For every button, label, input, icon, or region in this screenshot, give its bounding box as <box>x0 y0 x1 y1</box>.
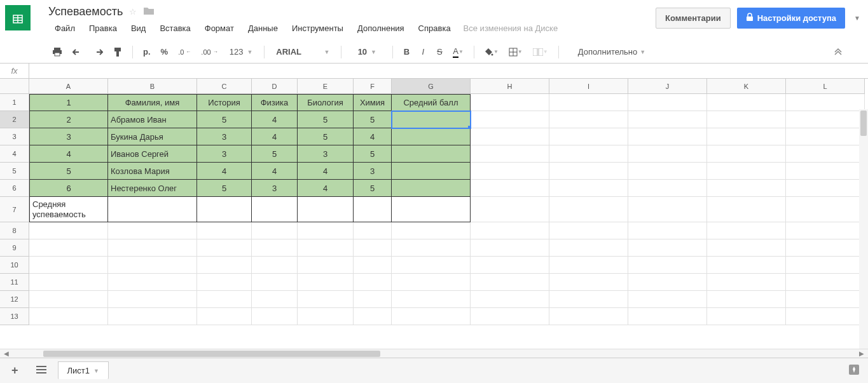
undo-icon[interactable] <box>69 44 86 60</box>
cell[interactable] <box>628 197 707 222</box>
cell[interactable]: Абрамов Иван <box>108 111 197 128</box>
account-dropdown-icon[interactable]: ▼ <box>851 12 863 24</box>
cell[interactable] <box>471 257 549 274</box>
row-header[interactable]: 1 <box>0 94 29 111</box>
decrease-decimal-icon[interactable]: .0 ← <box>174 44 195 60</box>
merge-cells-icon[interactable]: ▼ <box>529 44 552 60</box>
vertical-scrollbar[interactable] <box>859 109 868 349</box>
cell[interactable] <box>707 291 786 308</box>
cell[interactable] <box>471 180 549 197</box>
folder-icon[interactable] <box>143 6 155 17</box>
row-header[interactable]: 9 <box>0 239 29 257</box>
cell[interactable] <box>298 222 354 239</box>
menu-data[interactable]: Данные <box>242 21 284 36</box>
cell[interactable] <box>197 274 252 291</box>
cell[interactable]: 3 <box>252 180 298 197</box>
bold-icon[interactable]: B <box>399 44 413 60</box>
row-header[interactable]: 13 <box>0 308 29 325</box>
cell[interactable] <box>197 197 252 222</box>
cell[interactable]: 4 <box>29 145 108 163</box>
cell[interactable]: 4 <box>252 163 298 180</box>
cell[interactable]: 4 <box>354 128 392 145</box>
cell[interactable]: Иванов Сергей <box>108 145 197 163</box>
menu-format[interactable]: Формат <box>198 21 240 36</box>
cell[interactable] <box>471 308 549 325</box>
cell[interactable] <box>392 163 471 180</box>
cell[interactable] <box>549 180 628 197</box>
cell[interactable] <box>392 308 471 325</box>
cell[interactable] <box>29 274 108 291</box>
cell[interactable] <box>707 222 786 239</box>
cell[interactable] <box>354 274 392 291</box>
sheets-logo[interactable] <box>5 5 31 30</box>
cell[interactable] <box>786 94 865 111</box>
cell[interactable] <box>298 239 354 257</box>
cell[interactable] <box>549 308 628 325</box>
cell[interactable] <box>786 308 865 325</box>
cell[interactable] <box>628 180 707 197</box>
cell[interactable] <box>786 239 865 257</box>
column-header[interactable]: B <box>108 79 197 94</box>
cell[interactable] <box>707 180 786 197</box>
cell[interactable] <box>786 128 865 145</box>
column-header[interactable]: H <box>471 79 549 94</box>
menu-insert[interactable]: Вставка <box>153 21 196 36</box>
cell[interactable]: 3 <box>197 145 252 163</box>
cell[interactable]: 4 <box>197 163 252 180</box>
cell[interactable]: Физика <box>252 94 298 111</box>
cell[interactable] <box>549 163 628 180</box>
borders-icon[interactable]: ▼ <box>505 44 527 60</box>
cell[interactable]: Фамилия, имя <box>108 94 197 111</box>
sheet-tab-menu-icon[interactable]: ▼ <box>93 368 99 374</box>
cell[interactable] <box>354 222 392 239</box>
cell[interactable] <box>707 94 786 111</box>
cell[interactable] <box>707 274 786 291</box>
cell[interactable] <box>298 308 354 325</box>
menu-edit[interactable]: Правка <box>83 21 123 36</box>
cell[interactable] <box>786 197 865 222</box>
cell[interactable] <box>549 239 628 257</box>
column-header[interactable]: C <box>197 79 252 94</box>
cell[interactable] <box>628 291 707 308</box>
strikethrough-icon[interactable]: S <box>432 44 446 60</box>
cell[interactable] <box>786 274 865 291</box>
cell[interactable]: 5 <box>197 180 252 197</box>
cell[interactable]: Средняя успеваемость <box>29 197 108 222</box>
row-header[interactable]: 7 <box>0 197 29 222</box>
cell[interactable]: Средний балл <box>392 94 471 111</box>
cell[interactable] <box>392 111 471 128</box>
cell[interactable]: 4 <box>298 163 354 180</box>
cell[interactable]: 5 <box>354 111 392 128</box>
cell[interactable] <box>471 197 549 222</box>
row-header[interactable]: 12 <box>0 291 29 308</box>
cell[interactable] <box>197 222 252 239</box>
cell[interactable] <box>628 257 707 274</box>
cell[interactable] <box>298 291 354 308</box>
column-header[interactable]: I <box>549 79 628 94</box>
row-header[interactable]: 6 <box>0 180 29 197</box>
cell[interactable] <box>354 257 392 274</box>
cell[interactable] <box>354 308 392 325</box>
cell[interactable]: 5 <box>354 145 392 163</box>
column-header[interactable]: L <box>786 79 865 94</box>
cell[interactable]: 2 <box>29 111 108 128</box>
text-color-icon[interactable]: A ▼ <box>449 44 467 60</box>
row-header[interactable]: 10 <box>0 257 29 274</box>
cell[interactable] <box>392 257 471 274</box>
menu-file[interactable]: Файл <box>48 21 81 36</box>
percent-button[interactable]: % <box>157 44 172 60</box>
scroll-left-icon[interactable]: ◀ <box>0 350 13 357</box>
currency-button[interactable]: р. <box>139 44 155 60</box>
cell[interactable] <box>252 239 298 257</box>
cell[interactable]: 3 <box>354 163 392 180</box>
cell[interactable] <box>354 239 392 257</box>
sheet-tab[interactable]: Лист1 ▼ <box>58 361 109 379</box>
column-header[interactable]: E <box>298 79 354 94</box>
fill-color-icon[interactable]: ▼ <box>481 44 502 60</box>
cell[interactable] <box>354 291 392 308</box>
select-all-corner[interactable] <box>0 79 29 94</box>
collapse-toolbar-icon[interactable] <box>834 46 843 57</box>
star-icon[interactable]: ☆ <box>129 7 137 17</box>
cell[interactable]: Букина Дарья <box>108 128 197 145</box>
cell[interactable] <box>108 274 197 291</box>
